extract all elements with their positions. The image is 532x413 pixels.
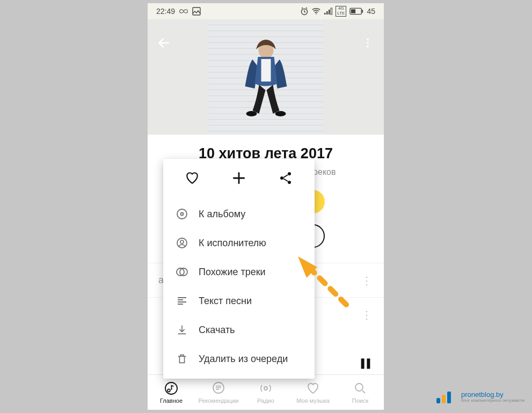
svg-rect-8 — [362, 10, 363, 13]
track-more-icon[interactable]: ⋮ — [361, 274, 373, 287]
svg-rect-4 — [326, 11, 328, 14]
svg-point-11 — [367, 42, 369, 44]
svg-rect-14 — [261, 59, 271, 82]
menu-item-label: К исполнителю — [199, 238, 266, 249]
wifi-icon — [312, 7, 320, 16]
nav-label: Рекомендации — [199, 397, 239, 404]
svg-point-29 — [180, 240, 184, 244]
menu-lyrics[interactable]: Текст песни — [163, 286, 315, 315]
svg-point-24 — [280, 176, 283, 180]
svg-rect-36 — [447, 392, 451, 403]
nav-label: Моя музыка — [296, 397, 330, 404]
network-badge: 4G LTE — [336, 6, 346, 17]
context-menu: К альбому К исполнителю Похожие треки Те… — [163, 159, 315, 379]
radio-icon — [258, 381, 273, 396]
download-icon — [175, 323, 189, 337]
svg-point-21 — [264, 387, 267, 390]
back-button[interactable] — [155, 34, 172, 51]
status-bar: 22:49 4G LTE — [148, 3, 384, 19]
search-icon — [353, 381, 368, 396]
menu-download[interactable]: Скачать — [163, 315, 315, 344]
header-area — [148, 19, 384, 135]
artist-icon — [175, 236, 189, 250]
nav-home[interactable]: Главное — [148, 375, 195, 410]
cover-person — [231, 35, 301, 121]
like-button[interactable] — [184, 169, 201, 187]
svg-point-15 — [246, 111, 257, 116]
picture-icon — [192, 7, 201, 16]
trash-icon — [175, 352, 189, 366]
menu-item-label: Похожие треки — [199, 267, 266, 278]
svg-point-26 — [177, 209, 187, 219]
menu-remove-queue[interactable]: Удалить из очереди — [163, 344, 315, 373]
svg-point-27 — [181, 213, 184, 216]
svg-point-10 — [367, 39, 369, 41]
alarm-icon — [300, 7, 309, 16]
svg-point-12 — [367, 46, 369, 48]
svg-rect-0 — [193, 8, 200, 15]
menu-item-label: Скачать — [199, 324, 235, 336]
watermark: pronetblog.by блог компьютерного энтузиа… — [435, 389, 524, 404]
note-icon — [164, 381, 179, 396]
overlap-icon — [175, 265, 189, 279]
menu-to-artist[interactable]: К исполнителю — [163, 228, 315, 257]
watermark-icon — [435, 389, 457, 404]
menu-top-icons — [163, 167, 315, 200]
status-left: 22:49 — [156, 7, 201, 16]
watermark-text: pronetblog.by — [461, 391, 524, 398]
svg-rect-34 — [436, 398, 440, 403]
battery-percent: 45 — [367, 7, 375, 16]
watermark-sub: блог компьютерного энтузиаста — [461, 398, 524, 403]
menu-item-label: К альбому — [199, 209, 245, 220]
nav-recommend[interactable]: Рекомендации — [195, 375, 242, 410]
svg-point-25 — [288, 181, 291, 184]
cell-signal-icon — [324, 7, 332, 16]
track-more-icon[interactable]: ⋮ — [361, 308, 373, 321]
nav-mymusic[interactable]: Моя музыка — [289, 375, 337, 410]
menu-item-label: Текст песни — [199, 296, 252, 307]
svg-point-16 — [275, 111, 286, 116]
nav-search[interactable]: Поиск — [337, 375, 384, 410]
nav-label: Радио — [257, 397, 274, 404]
svg-point-22 — [355, 384, 363, 391]
svg-rect-6 — [331, 8, 332, 14]
svg-rect-3 — [324, 13, 326, 14]
album-cover — [208, 19, 324, 135]
svg-point-2 — [316, 13, 317, 14]
status-right: 4G LTE 45 — [300, 6, 375, 17]
svg-rect-9 — [351, 9, 355, 13]
nav-label: Поиск — [352, 397, 368, 404]
disc-icon — [175, 207, 189, 221]
heart-icon — [305, 381, 320, 396]
page-frame: 22:49 4G LTE — [0, 0, 532, 413]
pause-button[interactable] — [355, 353, 376, 374]
status-time: 22:49 — [156, 7, 175, 16]
svg-rect-17 — [361, 358, 365, 368]
nav-label: Главное — [160, 397, 183, 404]
svg-rect-35 — [442, 395, 446, 403]
svg-rect-5 — [329, 10, 330, 14]
infinity-icon — [179, 7, 188, 16]
bottom-nav: Главное Рекомендации Радио Моя музыка — [148, 374, 384, 410]
menu-item-label: Удалить из очереди — [199, 353, 288, 365]
lyrics-icon — [175, 294, 189, 308]
battery-icon — [349, 7, 363, 16]
add-button[interactable] — [230, 169, 247, 187]
nav-radio[interactable]: Радио — [242, 375, 289, 410]
menu-similar[interactable]: Похожие треки — [163, 257, 315, 286]
svg-rect-18 — [367, 358, 370, 368]
svg-point-23 — [288, 172, 291, 175]
more-button[interactable] — [359, 34, 376, 51]
share-button[interactable] — [277, 169, 294, 187]
phone-screen: 22:49 4G LTE — [148, 3, 384, 410]
menu-to-album[interactable]: К альбому — [163, 200, 315, 228]
chat-icon — [211, 381, 226, 396]
